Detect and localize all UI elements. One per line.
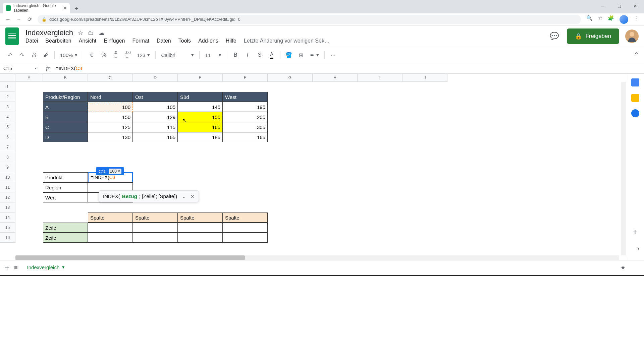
increase-decimal-button[interactable]: .00→	[123, 50, 133, 60]
cell-C16[interactable]	[88, 233, 133, 243]
cell-F6[interactable]: 165	[223, 132, 268, 142]
col-header-G[interactable]: G	[268, 74, 313, 81]
text-color-icon[interactable]: A	[267, 50, 277, 60]
zoom-indicator-icon[interactable]: 🔍	[586, 15, 593, 24]
cell-E16[interactable]	[178, 233, 223, 243]
more-toolbar-icon[interactable]: ⋯	[328, 50, 338, 60]
keep-icon[interactable]	[631, 94, 639, 102]
cell-B12[interactable]: Wert	[43, 192, 88, 202]
sheets-logo-icon[interactable]	[5, 27, 19, 45]
menu-ansicht[interactable]: Ansicht	[79, 38, 96, 44]
doc-title[interactable]: Indexvergleich	[25, 28, 73, 37]
cell-D16[interactable]	[133, 233, 178, 243]
redo-icon[interactable]: ↷	[17, 50, 27, 60]
cell-C4[interactable]: 150	[88, 112, 133, 122]
row-header-10[interactable]: 10	[0, 172, 15, 182]
extensions-icon[interactable]: 🧩	[608, 15, 614, 24]
cell-B4[interactable]: B	[43, 112, 88, 122]
star-icon[interactable]: ☆	[78, 29, 83, 37]
cell-E2[interactable]: Süd	[178, 92, 223, 102]
add-side-panel-icon[interactable]: +	[633, 227, 637, 237]
browser-tab[interactable]: Indexvergleich - Google Tabellen ×	[3, 3, 70, 13]
cell-D2[interactable]: Ost	[133, 92, 178, 102]
formula-input[interactable]: =INDEX(C3	[56, 65, 82, 71]
col-header-I[interactable]: I	[358, 74, 402, 81]
merge-select[interactable]: ⬌ ▾	[308, 52, 321, 58]
row-header-9[interactable]: 9	[0, 162, 15, 172]
cell-C5[interactable]: 125	[88, 122, 133, 132]
name-box[interactable]: C15 ▾	[0, 63, 40, 73]
row-header-3[interactable]: 3	[0, 102, 15, 112]
cell-C3[interactable]: 100	[88, 102, 133, 112]
maximize-icon[interactable]: ▢	[612, 1, 627, 11]
cloud-status-icon[interactable]: ☁	[99, 29, 105, 37]
cell-E3[interactable]: 145	[178, 102, 223, 112]
minimize-icon[interactable]: —	[596, 1, 610, 11]
cell-F15[interactable]	[223, 223, 268, 233]
chevron-down-icon[interactable]: ▾	[62, 264, 65, 270]
calendar-icon[interactable]	[631, 78, 639, 86]
cell-C6[interactable]: 130	[88, 132, 133, 142]
reload-icon[interactable]: ⟳	[24, 14, 35, 25]
cell-B11[interactable]: Region	[43, 182, 88, 192]
cell-B10[interactable]: Produkt	[43, 172, 88, 182]
tasks-icon[interactable]	[631, 109, 639, 117]
strike-icon[interactable]: S	[255, 50, 265, 60]
share-button[interactable]: 🔒 Freigeben	[567, 28, 619, 44]
move-icon[interactable]: 🗀	[88, 29, 94, 37]
menu-tools[interactable]: Tools	[178, 38, 191, 44]
cell-D15[interactable]	[133, 223, 178, 233]
cell-F16[interactable]	[223, 233, 268, 243]
cell-D3[interactable]: 105	[133, 102, 178, 112]
row-header-7[interactable]: 7	[0, 142, 15, 152]
paint-format-icon[interactable]: 🖌	[41, 50, 51, 60]
font-size-select[interactable]: 11▾	[203, 52, 223, 58]
cell-E6[interactable]: 185	[178, 132, 223, 142]
row-header-5[interactable]: 5	[0, 122, 15, 132]
col-header-A[interactable]: A	[15, 74, 43, 81]
undo-icon[interactable]: ↶	[5, 50, 15, 60]
font-select[interactable]: Calibri▾	[159, 52, 196, 58]
expand-hint-icon[interactable]: ⌄	[182, 194, 186, 199]
explore-icon[interactable]: ✦	[620, 264, 626, 272]
menu-hilfe[interactable]: Hilfe	[226, 38, 236, 44]
cell-C15[interactable]	[88, 223, 133, 233]
zoom-select[interactable]: 100%▾	[58, 52, 79, 58]
cell-F14[interactable]: Spalte	[223, 213, 268, 223]
select-all-corner[interactable]	[0, 74, 15, 81]
forward-icon[interactable]: →	[13, 14, 24, 25]
cell-F3[interactable]: 195	[223, 102, 268, 112]
close-window-icon[interactable]: ✕	[628, 1, 643, 11]
menu-format[interactable]: Format	[132, 38, 149, 44]
new-tab-button[interactable]: +	[72, 4, 81, 13]
decrease-decimal-button[interactable]: .0←	[111, 50, 121, 60]
col-header-E[interactable]: E	[178, 74, 223, 81]
cell-F4[interactable]: 205	[223, 112, 268, 122]
cell-B3[interactable]: A	[43, 102, 88, 112]
horizontal-scrollbar[interactable]	[15, 255, 619, 260]
cell-F5[interactable]: 305	[223, 122, 268, 132]
close-tab-icon[interactable]: ×	[64, 5, 66, 11]
row-header-16[interactable]: 16	[0, 233, 15, 243]
print-icon[interactable]: 🖨	[29, 50, 39, 60]
url-input[interactable]: 🔒 docs.google.com/spreadsheets/d/1b2ivdA…	[38, 15, 581, 24]
row-header-13[interactable]: 13	[0, 202, 15, 213]
cell-B16[interactable]: Zeile	[43, 233, 88, 243]
cell-D6[interactable]: 165	[133, 132, 178, 142]
row-header-4[interactable]: 4	[0, 112, 15, 122]
cell-C14[interactable]: Spalte	[88, 213, 133, 223]
add-sheet-button[interactable]: +	[5, 263, 9, 273]
menu-addons[interactable]: Add-ons	[198, 38, 218, 44]
menu-letztenderungvorwenigensek[interactable]: Letzte Änderung vor wenigen Sek…	[244, 38, 330, 44]
row-header-1[interactable]: 1	[0, 82, 15, 92]
back-icon[interactable]: ←	[3, 14, 13, 25]
cell-D5[interactable]: 115	[133, 122, 178, 132]
cell-D14[interactable]: Spalte	[133, 213, 178, 223]
cell-E15[interactable]	[178, 223, 223, 233]
cell-B15[interactable]: Zeile	[43, 223, 88, 233]
browser-profile-avatar[interactable]	[620, 15, 628, 24]
row-header-12[interactable]: 12	[0, 192, 15, 202]
menu-datei[interactable]: Datei	[25, 38, 38, 44]
all-sheets-icon[interactable]: ≡	[14, 264, 18, 271]
borders-icon[interactable]: ⊞	[296, 50, 306, 60]
